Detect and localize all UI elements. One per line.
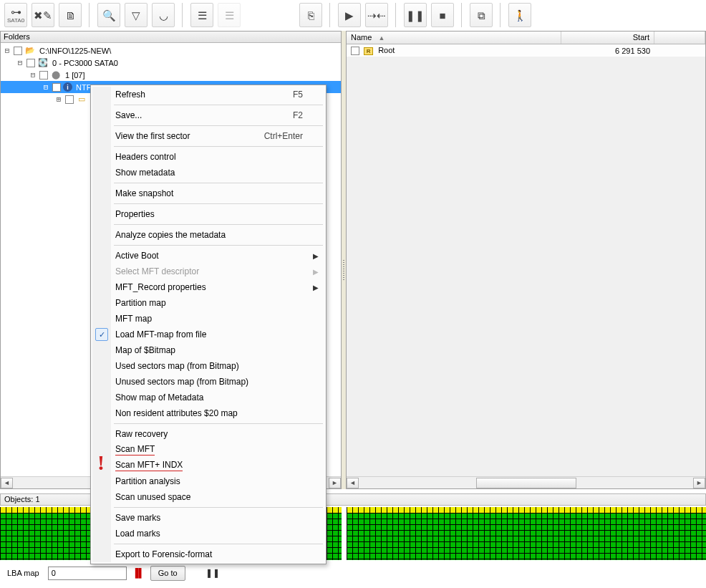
list-hscroll[interactable]: ◄ ► xyxy=(347,476,705,488)
menu-view-first-sector[interactable]: View the first sectorCtrl+Enter xyxy=(92,128,324,144)
menu-used-sectors[interactable]: Used sectors map (from Bitmap) xyxy=(92,358,324,374)
annotation-exclaim-icon: ! xyxy=(97,450,105,475)
menu-show-map-metadata[interactable]: Show map of Metadata xyxy=(92,390,324,405)
context-menu: RefreshF5 Save...F2 View the first secto… xyxy=(90,85,327,564)
root-icon: R xyxy=(364,47,373,55)
folders-header: Folders xyxy=(1,32,341,43)
row-start: 6 291 530 xyxy=(561,47,654,55)
goto-button[interactable]: Go to xyxy=(150,566,185,581)
menu-map-bitmap[interactable]: Map of $Bitmap xyxy=(92,342,324,358)
pause-button[interactable]: ❚❚ xyxy=(404,3,427,27)
menu-load-marks[interactable]: Load marks xyxy=(92,526,324,541)
cup-button[interactable]: ◡ xyxy=(152,3,175,27)
menu-show-metadata[interactable]: Show metadata xyxy=(92,165,324,180)
tree-root-label: C:\INFO\1225-NEW\ xyxy=(37,46,113,56)
menu-active-boot[interactable]: Active Boot▶ xyxy=(92,248,324,264)
pause-icon[interactable]: ❚❚ xyxy=(205,568,220,578)
stop-button[interactable]: ■ xyxy=(431,3,454,27)
menu-load-mft-map[interactable]: ✓ Load MFT-map from file xyxy=(92,327,324,342)
menu-scan-mft-indx[interactable]: Scan MFT+ INDX xyxy=(92,458,324,473)
menu-save[interactable]: Save...F2 xyxy=(92,107,324,123)
menu-nonresident-attrs[interactable]: Non resident attributes $20 map xyxy=(92,405,324,421)
tree-partition[interactable]: ⊟⬤ 1 [07] xyxy=(1,69,341,81)
col-start[interactable]: Start xyxy=(561,32,654,44)
play-button[interactable]: ▶ xyxy=(338,3,361,27)
menu-partition-analysis[interactable]: Partition analysis xyxy=(92,473,324,489)
lba-map-label: LBA map xyxy=(7,569,39,577)
marker-icon: ▐▌ xyxy=(132,568,145,578)
col-name[interactable]: Name ▲ xyxy=(347,32,561,44)
menu-export-forensic[interactable]: Export to Forensic-format xyxy=(92,546,324,562)
menu-analyze-copies[interactable]: Analyze copies the metadata xyxy=(92,227,324,243)
tree-root[interactable]: ⊟📂 C:\INFO\1225-NEW\ xyxy=(1,44,341,57)
sliders1-button[interactable]: ☰ xyxy=(190,3,213,27)
objects-count: 1 xyxy=(35,495,39,503)
menu-save-marks[interactable]: Save marks xyxy=(92,510,324,526)
splitter[interactable] xyxy=(342,31,346,489)
menu-partition-map[interactable]: Partition map xyxy=(92,295,324,311)
export-button[interactable]: ⎘ xyxy=(299,3,322,27)
menu-raw-recovery[interactable]: Raw recovery xyxy=(92,426,324,442)
list-row[interactable]: R Root 6 291 530 xyxy=(347,44,705,57)
menu-mft-record-properties[interactable]: MFT_Record properties▶ xyxy=(92,279,324,295)
menu-select-mft-descriptor: Select MFT descriptor▶ xyxy=(92,264,324,279)
flow-button[interactable]: ⇢⇠ xyxy=(365,3,388,27)
doc-button[interactable]: 🗎 xyxy=(59,3,82,27)
list-body[interactable]: R Root 6 291 530 xyxy=(347,44,705,476)
sata-button[interactable]: ⊶SATA0 xyxy=(4,3,27,27)
menu-scan-unused[interactable]: Scan unused space xyxy=(92,489,324,505)
tree-device[interactable]: ⊟💽 0 - PC3000 SATA0 xyxy=(1,57,341,69)
hopper-button[interactable]: ▽ xyxy=(125,3,148,27)
scroll-left[interactable]: ◄ xyxy=(1,478,13,488)
tree-partition-label: 1 [07] xyxy=(63,70,87,80)
tree-device-label: 0 - PC3000 SATA0 xyxy=(50,58,120,68)
main-toolbar: ⊶SATA0 ✖✎ 🗎 🔍 ▽ ◡ ☰ ☰ ⎘ ▶ ⇢⇠ ❚❚ ■ ⧉ 🚶 xyxy=(0,0,706,31)
lba-bottom-bar: LBA map ▐▌ Go to ❚❚ xyxy=(0,563,706,583)
tools-button[interactable]: ✖✎ xyxy=(32,3,54,27)
menu-refresh[interactable]: RefreshF5 xyxy=(92,87,324,102)
sata-label: SATA0 xyxy=(7,17,24,24)
menu-scan-mft[interactable]: Scan MFT xyxy=(92,442,324,458)
menu-properties[interactable]: Properties xyxy=(92,206,324,222)
multi-button[interactable]: ⧉ xyxy=(470,3,493,27)
scroll-right[interactable]: ► xyxy=(329,478,341,488)
check-icon: ✓ xyxy=(95,328,108,341)
file-list-panel: Name ▲ Start R Root 6 291 530 ◄ ► xyxy=(346,31,706,489)
sort-indicator-icon: ▲ xyxy=(378,34,385,42)
menu-headers-control[interactable]: Headers control xyxy=(92,149,324,165)
menu-mft-map[interactable]: MFT map xyxy=(92,311,324,327)
col-name-label: Name xyxy=(351,33,372,42)
list-header[interactable]: Name ▲ Start xyxy=(347,32,705,44)
menu-unused-sectors[interactable]: Unused sectors map (from Bitmap) xyxy=(92,374,324,390)
sliders2-button[interactable]: ☰ xyxy=(218,3,241,27)
objects-label: Objects: xyxy=(4,495,33,503)
lba-value-input[interactable] xyxy=(48,567,127,580)
find-button[interactable]: 🔍 xyxy=(97,3,120,27)
menu-make-snapshot[interactable]: Make snapshot xyxy=(92,185,324,201)
row-name: Root xyxy=(378,46,395,54)
exit-button[interactable]: 🚶 xyxy=(508,3,531,27)
